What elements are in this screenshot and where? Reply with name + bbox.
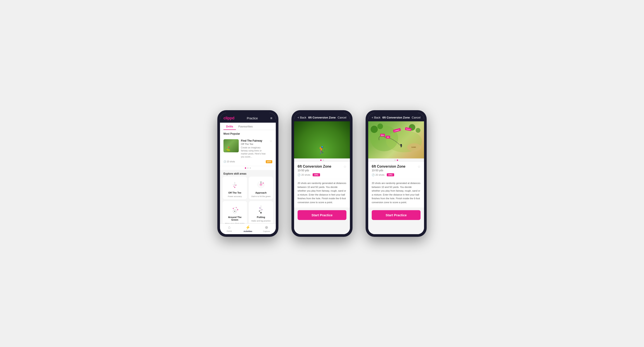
logo: clippd (224, 116, 234, 121)
explore-label: Explore skill areas (220, 170, 276, 177)
back-button[interactable]: < Back (298, 116, 306, 119)
phones-container: clippd Practice ≡ Drills Favourites Most… (217, 110, 427, 237)
img-dot-3-2 (397, 160, 398, 161)
featured-drill-info: Find The Fairway Off The Tee Create an i… (241, 139, 267, 158)
featured-drill-image (224, 139, 239, 152)
approach-icon (256, 179, 266, 190)
tab-favourites[interactable]: Favourites (236, 123, 256, 130)
svg-point-13 (234, 211, 235, 212)
phone1-header: clippd Practice ≡ (220, 113, 276, 123)
phone3-header: < Back 6ft Conversion Zone Cancel (368, 113, 424, 121)
dot-3 (250, 167, 251, 169)
phone3-content: Hit Miss FAIRWAY ROUGH SAND (368, 121, 424, 234)
featured-drill-title: Find The Fairway (241, 139, 267, 143)
svg-point-38 (400, 144, 402, 146)
tabs-bar: Drills Favourites (220, 123, 276, 130)
drill-fav-icon[interactable]: ☆ (343, 165, 346, 169)
drill-meta-3: 🕐 20 shots ARG (372, 173, 420, 176)
phone1-content: Most Popular Find The Fairway Off The Te… (220, 130, 276, 223)
svg-text:Miss: Miss (381, 134, 384, 136)
drill-fav-icon-3[interactable]: ☆ (418, 165, 420, 169)
drill-name-3: 6ft Conversion Zone (372, 165, 406, 168)
featured-meta: 🕐 10 shots OTT (224, 160, 272, 163)
phone2-content: 🏌️ 6ft Conversion Zone 10-50 yds ☆ (294, 121, 350, 234)
featured-drill-card[interactable]: Find The Fairway Off The Tee Create an i… (220, 137, 276, 166)
svg-point-9 (260, 184, 262, 185)
svg-point-3 (233, 186, 234, 187)
carousel-dots (220, 166, 276, 170)
nav-activities-label: Activities (244, 230, 252, 232)
featured-favourite-icon[interactable]: ☆ (270, 139, 272, 158)
featured-drill-desc: Create an imaginary fairway using trees … (241, 146, 267, 158)
skill-off-the-tee[interactable]: Off The Tee Power accuracy (222, 177, 247, 199)
putting-desc: Make and lag practice (251, 220, 270, 222)
approach-desc: Dial-in to hit the green (251, 195, 270, 197)
capture-icon: ⊕ (265, 225, 268, 230)
arg-badge: ARG (313, 173, 320, 176)
nav-activities[interactable]: ⚡ Activities (238, 225, 257, 232)
putting-icon (256, 204, 266, 214)
svg-point-11 (263, 182, 264, 184)
svg-point-28 (416, 128, 420, 133)
activities-icon: ⚡ (246, 225, 250, 230)
around-green-icon (229, 204, 240, 214)
drill-name: 6ft Conversion Zone (298, 165, 331, 168)
drill-name-row-3: 6ft Conversion Zone 10-50 yds ☆ (372, 165, 420, 172)
drill-range-3: 10-50 yds (372, 169, 406, 172)
off-tee-icon (229, 179, 240, 190)
menu-icon[interactable]: ≡ (270, 116, 272, 120)
most-popular-label: Most Popular (220, 130, 276, 137)
svg-point-26 (377, 124, 383, 129)
skill-around-green[interactable]: Around The Green Hone your short game (222, 201, 247, 223)
shots-label: 🕐 10 shots (224, 160, 235, 163)
img-dot-2 (323, 160, 324, 161)
cancel-button[interactable]: Cancel (338, 116, 346, 119)
header-title: Practice (247, 117, 258, 120)
cancel-button-3[interactable]: Cancel (412, 116, 420, 119)
start-practice-button[interactable]: Start Practice (298, 210, 346, 220)
tab-drills[interactable]: Drills (224, 123, 236, 130)
drill-meta: 🕐 20 shots ARG (298, 173, 346, 176)
golf-figure: 🏌️ (318, 146, 326, 154)
phone-2: < Back 6ft Conversion Zone Cancel 🏌️ 6ft… (292, 110, 352, 237)
svg-point-5 (234, 187, 235, 188)
nav-capture[interactable]: ⊕ Capture (257, 225, 276, 232)
phone-1: clippd Practice ≡ Drills Favourites Most… (217, 110, 278, 237)
svg-point-4 (236, 185, 236, 186)
featured-drill-subtitle: Off The Tee (241, 143, 267, 145)
nav-capture-label: Capture (263, 230, 270, 232)
back-button-3[interactable]: < Back (372, 116, 380, 119)
skill-putting[interactable]: Putting Make and lag practice (249, 201, 273, 223)
off-tee-desc: Power accuracy (228, 195, 242, 197)
drill-map: Hit Miss FAIRWAY ROUGH SAND (368, 121, 424, 158)
putting-name: Putting (257, 216, 265, 218)
img-dot-3-1 (394, 160, 396, 161)
phone2-header: < Back 6ft Conversion Zone Cancel (294, 113, 350, 121)
clock-icon-3: 🕐 (372, 174, 375, 176)
drill-description: 20 shots are randomly generated at dista… (294, 179, 350, 208)
dot-2 (247, 167, 248, 169)
img-dot-1 (320, 160, 322, 161)
skill-approach[interactable]: Approach Dial-in to hit the green (249, 177, 273, 199)
home-icon: ⌂ (228, 225, 230, 230)
clock-icon: 🕐 (224, 160, 226, 163)
start-practice-button-3[interactable]: Start Practice (372, 210, 420, 220)
phone2-title: 6ft Conversion Zone (308, 116, 336, 119)
drill-info: 6ft Conversion Zone 10-50 yds ☆ 🕐 20 sho… (294, 162, 350, 179)
dot-1 (245, 167, 246, 169)
svg-point-25 (370, 126, 378, 133)
phone-3: < Back 6ft Conversion Zone Cancel (366, 110, 427, 237)
nav-home[interactable]: ⌂ Home (220, 225, 238, 232)
around-green-name: Around The Green (225, 216, 245, 221)
drill-description-3: 20 shots are randomly generated at dista… (368, 179, 424, 208)
skill-grid: Off The Tee Power accuracy (220, 177, 276, 223)
drill-shots: 🕐 20 shots (298, 174, 310, 176)
svg-text:SAND: SAND (412, 146, 416, 148)
svg-rect-39 (401, 146, 402, 147)
svg-point-18 (260, 212, 262, 213)
approach-name: Approach (255, 191, 266, 194)
bottom-nav: ⌂ Home ⚡ Activities ⊕ Capture (220, 223, 276, 234)
ott-badge: OTT (266, 160, 272, 163)
arg-badge-3: ARG (387, 173, 394, 176)
drill-name-row: 6ft Conversion Zone 10-50 yds ☆ (298, 165, 346, 172)
